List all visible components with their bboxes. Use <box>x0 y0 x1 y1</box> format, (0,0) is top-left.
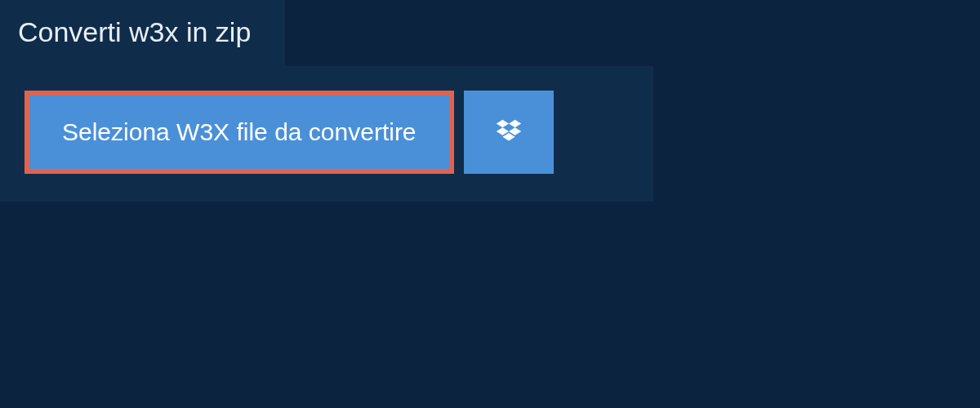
conversion-tab[interactable]: Converti w3x in zip <box>0 0 285 66</box>
tab-label: Converti w3x in zip <box>18 16 251 47</box>
select-file-button-label: Seleziona W3X file da convertire <box>62 118 416 146</box>
dropbox-icon <box>493 117 524 148</box>
dropbox-button[interactable] <box>464 91 554 174</box>
conversion-panel: Seleziona W3X file da convertire <box>0 66 653 202</box>
select-file-button[interactable]: Seleziona W3X file da convertire <box>24 91 454 174</box>
button-row: Seleziona W3X file da convertire <box>24 91 629 174</box>
